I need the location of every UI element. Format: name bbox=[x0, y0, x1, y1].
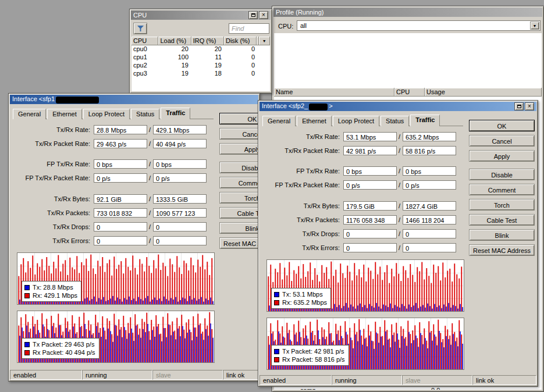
field-label: FP Tx/Rx Rate: bbox=[258, 168, 340, 174]
ok-button[interactable]: OK bbox=[219, 113, 260, 124]
rx-color-swatch bbox=[24, 293, 30, 298]
comment-button[interactable]: Comment bbox=[469, 184, 535, 195]
ok-button[interactable]: OK bbox=[469, 120, 535, 131]
column-select-button[interactable]: ▼ bbox=[259, 37, 270, 45]
rx-color-swatch bbox=[274, 357, 279, 362]
cell: 20 bbox=[192, 45, 225, 54]
close-button[interactable]: × bbox=[259, 11, 268, 19]
tab-loop-protect[interactable]: Loop Protect bbox=[333, 116, 379, 126]
window-titlebar[interactable]: Interface <sfp1 bbox=[10, 95, 258, 104]
status-link: link ok bbox=[472, 375, 536, 385]
redaction bbox=[309, 104, 328, 111]
tx-bytes-field: 92.1 GiB bbox=[94, 194, 147, 204]
field-label: FP Tx/Rx Packet Rate: bbox=[258, 181, 340, 188]
tab-status[interactable]: Status bbox=[131, 109, 159, 119]
tx-drops-field: 0 bbox=[343, 229, 397, 238]
column-header-name[interactable]: Name bbox=[274, 88, 394, 97]
table-row[interactable]: cpu0 20 20 0 bbox=[131, 45, 270, 54]
tab-ethernet[interactable]: Ethernet bbox=[47, 109, 82, 119]
torch-button[interactable]: Torch bbox=[219, 192, 260, 204]
blink-button[interactable]: Blink bbox=[219, 222, 260, 234]
slash-separator: / bbox=[399, 230, 400, 237]
reset-mac-address-button[interactable]: Reset MAC Address bbox=[469, 244, 535, 256]
cell: cpu2 bbox=[131, 62, 159, 70]
cpu-table: CPU Load (%) IRQ (%) Disk (%) ▼ cpu0 20 … bbox=[131, 37, 270, 91]
cable-test-button[interactable]: Cable Test bbox=[469, 214, 535, 226]
blink-button[interactable]: Blink bbox=[469, 229, 535, 241]
comment-button[interactable]: Comment bbox=[219, 177, 260, 188]
torch-button[interactable]: Torch bbox=[469, 199, 535, 211]
fp-rx-packet-rate-field: 0 p/s bbox=[153, 173, 207, 183]
field-label: Tx/Rx Rate: bbox=[9, 126, 90, 133]
table-row[interactable]: cpu2 19 19 0 bbox=[131, 62, 270, 70]
maximize-button[interactable] bbox=[514, 102, 524, 111]
tab-traffic[interactable]: Traffic bbox=[161, 108, 190, 119]
find-input[interactable] bbox=[229, 23, 269, 34]
table-row[interactable]: cpu1 100 11 0 bbox=[131, 54, 270, 62]
tx-bytes-field: 179.5 GiB bbox=[343, 201, 397, 211]
table-row[interactable]: cpu3 19 18 0 bbox=[131, 70, 270, 78]
cell: 20 bbox=[159, 45, 192, 54]
tx-color-swatch bbox=[274, 292, 279, 297]
fp-tx-packet-rate-field: 0 p/s bbox=[94, 173, 147, 183]
maximize-button[interactable] bbox=[248, 11, 258, 19]
profile-list-row[interactable]: snmp 0.0 bbox=[274, 387, 542, 390]
filter-button[interactable] bbox=[133, 23, 147, 34]
close-button[interactable]: × bbox=[525, 102, 534, 111]
window-title: Interface <sfp1 bbox=[12, 95, 256, 103]
legend-text: Rx Packet: 58 816 p/s bbox=[282, 356, 345, 363]
legend-text: Rx: 635.2 Mbps bbox=[282, 299, 327, 306]
rx-bytes-field: 1333.5 GiB bbox=[153, 194, 207, 204]
tab-strip: General Ethernet Loop Protect Status Tra… bbox=[262, 115, 441, 126]
profile-titlebar[interactable]: Profile (Running) bbox=[273, 8, 542, 17]
status-bar: enabled running slave link ok bbox=[10, 370, 258, 380]
reset-mac-address-button[interactable]: Reset MAC Address bbox=[219, 237, 260, 249]
tab-general[interactable]: General bbox=[262, 116, 296, 126]
column-header-load[interactable]: Load (%) bbox=[158, 37, 191, 45]
tab-loop-protect[interactable]: Loop Protect bbox=[83, 109, 130, 119]
field-label: FP Tx/Rx Rate: bbox=[9, 161, 90, 168]
interface-window-sfp1: Interface <sfp1 General Ethernet Loop Pr… bbox=[8, 93, 260, 382]
field-label: Tx/Rx Packet Rate: bbox=[9, 140, 90, 147]
cable-test-button[interactable]: Cable Test bbox=[219, 207, 260, 219]
profile-cpu-select[interactable]: all ▼ bbox=[297, 20, 541, 31]
rx-bytes-field: 1827.4 GiB bbox=[403, 201, 456, 211]
cell: 100 bbox=[159, 54, 192, 62]
column-header-cpu[interactable]: CPU bbox=[131, 37, 158, 45]
rx-packets-field: 1466 118 204 bbox=[403, 215, 456, 224]
disable-button[interactable]: Disable bbox=[469, 169, 535, 180]
tx-errors-field: 0 bbox=[343, 243, 397, 252]
profile-window-title: Profile (Running) bbox=[276, 9, 540, 16]
apply-button[interactable]: Apply bbox=[219, 143, 260, 155]
window-titlebar[interactable]: Interface <sfp2_> × bbox=[259, 102, 536, 111]
status-running: running bbox=[82, 370, 152, 380]
cell: 19 bbox=[159, 70, 192, 78]
cancel-button[interactable]: Cancel bbox=[469, 135, 535, 147]
status-enabled: enabled bbox=[259, 375, 332, 385]
tab-traffic[interactable]: Traffic bbox=[410, 115, 440, 126]
slash-separator: / bbox=[149, 195, 151, 202]
apply-button[interactable]: Apply bbox=[469, 150, 535, 162]
field-label: Tx/Rx Packet Rate: bbox=[258, 147, 340, 154]
cell: 0 bbox=[225, 62, 258, 70]
column-header-disk[interactable]: Disk (%) bbox=[224, 37, 257, 45]
tab-status[interactable]: Status bbox=[381, 116, 409, 126]
column-header-irq[interactable]: IRQ (%) bbox=[191, 37, 224, 45]
fp-tx-rate-field: 0 bps bbox=[343, 166, 397, 176]
interface-window-sfp2: Interface <sfp2_> × General Ethernet Loo… bbox=[258, 100, 538, 387]
column-header-usage[interactable]: Usage bbox=[425, 88, 542, 97]
tab-general[interactable]: General bbox=[13, 109, 46, 119]
tx-color-swatch bbox=[274, 349, 279, 354]
rx-color-swatch bbox=[24, 350, 30, 355]
slash-separator: / bbox=[149, 209, 151, 216]
tab-ethernet[interactable]: Ethernet bbox=[297, 116, 332, 126]
cancel-button[interactable]: Cancel bbox=[219, 128, 260, 140]
chevron-down-icon[interactable]: ▼ bbox=[530, 22, 539, 30]
cpu-titlebar[interactable]: CPU × bbox=[131, 10, 271, 20]
disable-button[interactable]: Disable bbox=[219, 162, 260, 173]
column-header-cpu[interactable]: CPU bbox=[394, 88, 425, 97]
profile-cpu-value: all bbox=[300, 22, 307, 29]
process-name: snmp bbox=[300, 387, 316, 390]
field-label: Tx/Rx Packets: bbox=[9, 209, 90, 216]
tx-packets-field: 733 018 832 bbox=[94, 208, 147, 218]
